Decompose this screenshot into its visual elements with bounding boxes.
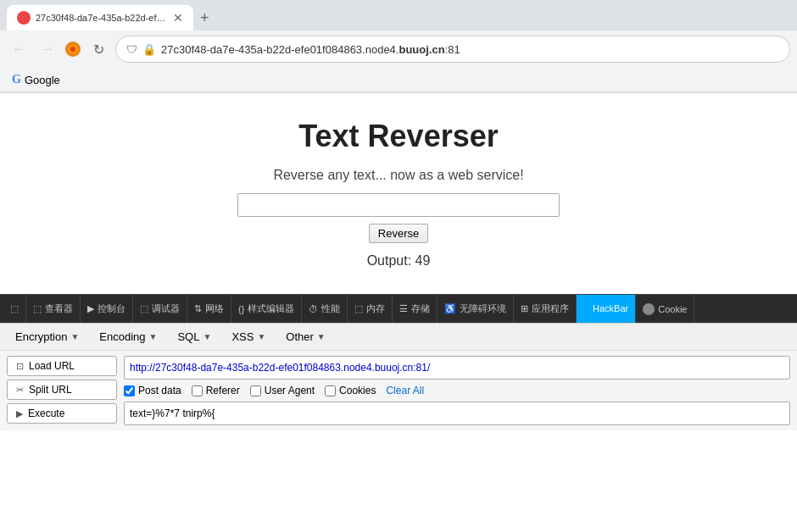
performance-icon: ⏱ — [309, 304, 318, 314]
xss-arrow: ▼ — [257, 332, 265, 341]
accessibility-label: 无障碍环境 — [460, 302, 506, 315]
menu-xss[interactable]: XSS ▼ — [223, 327, 274, 346]
devtools-application[interactable]: ⊞ 应用程序 — [514, 295, 577, 324]
memory-label: 内存 — [366, 302, 385, 315]
devtools-cookie[interactable]: Cookie — [636, 295, 694, 324]
inspector-label: 查看器 — [45, 302, 73, 315]
reload-button[interactable]: ↻ — [86, 37, 110, 61]
inspector-icon2: ⬚ — [33, 303, 42, 314]
tab-bar: 27c30f48-da7e-435a-b22d-efe0... ✕ + — [0, 0, 797, 30]
devtools-style-editor[interactable]: {} 样式编辑器 — [231, 295, 302, 324]
menu-encoding[interactable]: Encoding ▼ — [91, 327, 165, 346]
tab-close-button[interactable]: ✕ — [173, 12, 183, 24]
active-tab[interactable]: 27c30f48-da7e-435a-b22d-efe0... ✕ — [7, 5, 193, 30]
hackbar-menu: Encryption ▼ Encoding ▼ SQL ▼ XSS ▼ Othe… — [0, 324, 797, 351]
split-url-button[interactable]: ✂ Split URL — [7, 380, 117, 400]
user-agent-checkbox-label[interactable]: User Agent — [250, 385, 315, 396]
user-agent-checkbox[interactable] — [250, 385, 261, 396]
devtools-accessibility[interactable]: ♿ 无障碍环境 — [438, 295, 514, 324]
devtools-hackbar[interactable]: ● HackBar — [577, 295, 636, 324]
devtools-inspector-icon[interactable]: ⬚ — [3, 295, 26, 324]
inspector-icon: ⬚ — [10, 303, 19, 314]
style-label: 样式编辑器 — [248, 302, 294, 315]
debugger-label: 调试器 — [152, 302, 180, 315]
menu-sql[interactable]: SQL ▼ — [169, 327, 220, 346]
other-arrow: ▼ — [317, 332, 326, 341]
post-data-checkbox-label[interactable]: Post data — [124, 385, 181, 396]
forward-button[interactable]: → — [36, 37, 59, 61]
devtools-debugger[interactable]: ⬚ 调试器 — [133, 295, 187, 324]
menu-encryption[interactable]: Encryption ▼ — [7, 327, 87, 346]
nav-bar: ← → ↻ 🛡 🔒 27c30f48-da7e-435a-b22d-efe01f… — [0, 30, 797, 68]
output-text: Output: 49 — [367, 253, 431, 269]
reverse-input[interactable] — [237, 193, 560, 217]
storage-icon: ☰ — [399, 303, 408, 314]
hackbar-dot-icon: ● — [583, 303, 589, 313]
lock-icon: 🔒 — [142, 43, 156, 56]
menu-other[interactable]: Other ▼ — [277, 327, 333, 346]
debugger-icon: ⬚ — [140, 303, 148, 314]
devtools-memory[interactable]: ⬚ 内存 — [348, 295, 393, 324]
shield-icon: 🛡 — [126, 43, 137, 56]
network-label: 网络 — [205, 302, 224, 315]
application-label: 应用程序 — [532, 302, 569, 315]
new-tab-button[interactable]: + — [193, 10, 216, 25]
console-label: 控制台 — [98, 302, 125, 315]
memory-icon: ⬚ — [354, 303, 363, 314]
referer-checkbox[interactable] — [192, 385, 203, 396]
encryption-arrow: ▼ — [70, 332, 79, 341]
split-url-icon: ✂ — [16, 385, 24, 396]
cookie-icon — [643, 303, 655, 315]
accessibility-icon: ♿ — [444, 303, 456, 314]
sql-arrow: ▼ — [203, 332, 211, 341]
address-bold: buuoj.cn — [398, 43, 444, 56]
referer-checkbox-label[interactable]: Referer — [192, 385, 240, 396]
user-agent-label: User Agent — [265, 385, 315, 396]
hackbar-panel: Encryption ▼ Encoding ▼ SQL ▼ XSS ▼ Othe… — [0, 323, 797, 430]
encoding-label: Encoding — [99, 330, 145, 343]
firefox-icon — [64, 41, 81, 58]
application-icon: ⊞ — [521, 303, 528, 314]
browser-chrome: 27c30f48-da7e-435a-b22d-efe0... ✕ + ← → … — [0, 0, 797, 93]
bookmarks-bar: G Google — [0, 68, 797, 92]
hackbar-checkboxes: Post data Referer User Agent Cookies Cle… — [124, 385, 790, 396]
page-content: Text Reverser Reverse any text... now as… — [0, 93, 797, 294]
hackbar-main: Post data Referer User Agent Cookies Cle… — [124, 356, 790, 425]
clear-all-button[interactable]: Clear All — [386, 385, 424, 396]
hackbar-url-input[interactable] — [124, 356, 790, 380]
encoding-arrow: ▼ — [149, 332, 158, 341]
network-icon: ⇅ — [194, 303, 202, 314]
address-bar[interactable]: 🛡 🔒 27c30f48-da7e-435a-b22d-efe01f084863… — [115, 36, 790, 63]
post-data-checkbox[interactable] — [124, 385, 135, 396]
load-url-button[interactable]: ⊡ Load URL — [7, 356, 117, 376]
console-icon: ▶ — [87, 303, 94, 314]
cookies-checkbox-label[interactable]: Cookies — [325, 385, 376, 396]
other-label: Other — [286, 330, 314, 343]
reverse-button[interactable]: Reverse — [369, 224, 428, 243]
back-button[interactable]: ← — [7, 37, 31, 61]
devtools-performance[interactable]: ⏱ 性能 — [302, 295, 348, 324]
devtools-storage[interactable]: ☰ 存储 — [393, 295, 438, 324]
encryption-label: Encryption — [15, 330, 67, 343]
load-url-icon: ⊡ — [16, 361, 24, 372]
cookies-checkbox[interactable] — [325, 385, 336, 396]
execute-button[interactable]: ▶ Execute — [7, 403, 117, 424]
load-url-label: Load URL — [29, 360, 75, 372]
devtools-network[interactable]: ⇅ 网络 — [187, 295, 231, 324]
google-bookmark[interactable]: G Google — [7, 71, 65, 88]
google-label: Google — [25, 74, 60, 86]
page-title: Text Reverser — [298, 119, 498, 154]
devtools-inspector[interactable]: ⬚ 查看器 — [26, 295, 81, 324]
style-icon: {} — [238, 304, 244, 314]
tab-title: 27c30f48-da7e-435a-b22d-efe0... — [36, 13, 168, 23]
performance-label: 性能 — [321, 302, 340, 315]
address-text: 27c30f48-da7e-435a-b22d-efe01f084863.nod… — [161, 43, 779, 56]
hackbar-body: ⊡ Load URL ✂ Split URL ▶ Execute Post da… — [0, 351, 797, 430]
storage-label: 存储 — [411, 302, 430, 315]
devtools-toolbar: ⬚ ⬚ 查看器 ▶ 控制台 ⬚ 调试器 ⇅ 网络 {} 样式编辑器 ⏱ 性能 ⬚… — [0, 294, 797, 323]
page-subtitle: Reverse any text... now as a web service… — [273, 168, 523, 183]
devtools-console[interactable]: ▶ 控制台 — [81, 295, 133, 324]
hackbar-post-data-input[interactable] — [124, 402, 790, 425]
sql-label: SQL — [177, 330, 199, 343]
xss-label: XSS — [231, 330, 254, 343]
